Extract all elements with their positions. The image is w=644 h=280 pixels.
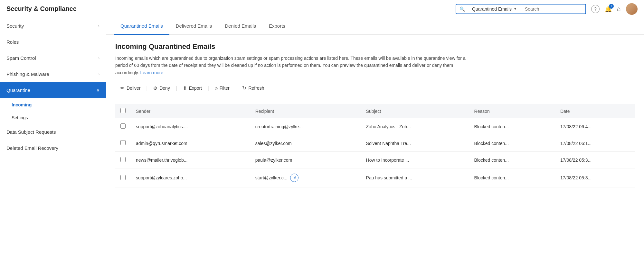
page-title: Incoming Quarantined Emails	[115, 42, 635, 51]
sidebar-item-quarantine-label: Quarantine	[6, 87, 30, 93]
row-sender: support@zohoanalytics....	[131, 118, 250, 135]
search-icon: 🔍	[456, 5, 468, 14]
row-reason: Blocked conten...	[469, 118, 555, 135]
tab-exports[interactable]: Exports	[262, 18, 292, 35]
learn-more-link[interactable]: Learn more	[140, 70, 164, 75]
row-reason: Blocked conten...	[469, 152, 555, 168]
table-row: support@zohoanalytics.... creatortrainin…	[115, 118, 635, 135]
search-scope-label: Quarantined Emails	[472, 6, 512, 12]
table-row: support@zylcares.zoho... start@zylker.c.…	[115, 168, 635, 187]
sidebar-item-phishing[interactable]: Phishing & Malware ›	[0, 66, 106, 82]
recipient-email: paula@zylker.com	[255, 158, 292, 163]
chevron-down-icon: ∨	[97, 88, 99, 93]
home-button[interactable]: ⌂	[617, 5, 621, 13]
row-checkbox-cell[interactable]	[115, 152, 131, 168]
row-subject: Pau has submitted a ...	[361, 168, 469, 187]
row-sender: support@zylcares.zoho...	[131, 168, 250, 187]
sidebar-sub-item-settings-label: Settings	[12, 115, 28, 120]
sidebar-item-phishing-label: Phishing & Malware	[6, 71, 49, 77]
select-all-header[interactable]	[115, 104, 131, 118]
row-subject: How to Incorporate ...	[361, 152, 469, 168]
sidebar-item-quarantine[interactable]: Quarantine ∨	[0, 82, 106, 98]
export-button[interactable]: ⬆ Export	[178, 83, 207, 94]
col-subject: Subject	[361, 104, 469, 118]
sidebar-sub-item-incoming-label: Incoming	[12, 102, 32, 107]
app-header: Security & Compliance 🔍 Quarantined Emai…	[0, 0, 644, 18]
row-subject: Solvent Naphtha Tre...	[361, 135, 469, 152]
row-checkbox[interactable]	[120, 140, 126, 145]
row-checkbox[interactable]	[120, 157, 126, 162]
app-title: Security & Compliance	[6, 5, 77, 13]
select-all-checkbox[interactable]	[120, 108, 126, 113]
sidebar-item-deleted-email[interactable]: Deleted Email Recovery	[0, 140, 106, 156]
export-icon: ⬆	[183, 85, 187, 91]
home-icon: ⌂	[617, 5, 621, 12]
deliver-button[interactable]: ✏ Deliver	[115, 83, 146, 94]
row-date: 17/08/22 05:3...	[555, 152, 635, 168]
row-subject: Zoho Analytics - Zoh...	[361, 118, 469, 135]
row-date: 17/08/22 06:1...	[555, 135, 635, 152]
col-sender: Sender	[131, 104, 250, 118]
refresh-icon: ↻	[242, 85, 246, 91]
tab-quarantined-emails[interactable]: Quarantined Emails	[114, 18, 169, 35]
tab-denied-emails[interactable]: Denied Emails	[218, 18, 262, 35]
recipient-email: sales@zylker.com	[255, 141, 292, 146]
col-reason: Reason	[469, 104, 555, 118]
sidebar-item-roles-label: Roles	[6, 39, 19, 45]
sidebar-item-security[interactable]: Security ›	[0, 18, 106, 34]
user-avatar[interactable]	[626, 3, 638, 15]
row-checkbox[interactable]	[120, 175, 126, 180]
row-recipient: sales@zylker.com	[250, 135, 361, 152]
deliver-icon: ✏	[120, 85, 125, 91]
sidebar-item-data-subject[interactable]: Data Subject Requests	[0, 124, 106, 140]
sidebar-item-roles[interactable]: Roles	[0, 34, 106, 50]
row-checkbox-cell[interactable]	[115, 135, 131, 152]
sidebar-sub-item-incoming[interactable]: Incoming	[0, 98, 106, 111]
email-table: Sender Recipient Subject Reason Date sup…	[115, 104, 635, 187]
content-area: Quarantined Emails Delivered Emails Deni…	[106, 18, 644, 280]
search-scope-selector[interactable]: Quarantined Emails ▼	[468, 5, 521, 14]
recipient-email: creatortraining@zylke...	[255, 124, 303, 129]
chevron-right-icon: ›	[98, 56, 99, 60]
tab-bar: Quarantined Emails Delivered Emails Deni…	[106, 18, 644, 35]
sidebar-item-security-label: Security	[6, 23, 24, 29]
col-date: Date	[555, 104, 635, 118]
sidebar: Security › Roles Spam Control › Phishing…	[0, 18, 106, 280]
row-recipient: creatortraining@zylke...	[250, 118, 361, 135]
divider: |	[175, 86, 178, 91]
search-bar[interactable]: 🔍 Quarantined Emails ▼	[456, 4, 586, 14]
sidebar-item-spam-label: Spam Control	[6, 55, 36, 61]
avatar-image	[626, 3, 638, 15]
row-date: 17/08/22 05:3...	[555, 168, 635, 187]
notification-badge: 1	[609, 4, 614, 9]
divider: |	[235, 86, 237, 91]
sidebar-sub-item-settings[interactable]: Settings	[0, 111, 106, 124]
tab-delivered-emails[interactable]: Delivered Emails	[169, 18, 219, 35]
row-sender: news@mailer.thriveglob...	[131, 152, 250, 168]
table-row: news@mailer.thriveglob... paula@zylker.c…	[115, 152, 635, 168]
chevron-right-icon: ›	[98, 24, 99, 28]
deny-button[interactable]: ⊘ Deny	[148, 83, 175, 94]
search-input[interactable]	[521, 5, 585, 14]
recipient-more-badge[interactable]: +6	[290, 174, 298, 182]
sidebar-item-deleted-email-label: Deleted Email Recovery	[6, 145, 58, 151]
divider: |	[146, 86, 148, 91]
row-recipient: start@zylker.c... +6	[250, 168, 361, 187]
row-reason: Blocked conten...	[469, 168, 555, 187]
chevron-down-icon: ▼	[514, 7, 517, 11]
recipient-email: start@zylker.c...	[255, 175, 288, 180]
header-right: 🔍 Quarantined Emails ▼ ? 🔔 1 ⌂	[456, 3, 638, 15]
chevron-right-icon: ›	[98, 72, 99, 77]
filter-button[interactable]: ⌽ Filter	[210, 83, 235, 94]
notification-button[interactable]: 🔔 1	[605, 5, 612, 13]
row-date: 17/08/22 06:4...	[555, 118, 635, 135]
refresh-button[interactable]: ↻ Refresh	[237, 83, 269, 94]
row-checkbox-cell[interactable]	[115, 168, 131, 187]
deny-icon: ⊘	[153, 85, 157, 91]
row-sender: admin@qyrusmarket.com	[131, 135, 250, 152]
help-button[interactable]: ?	[591, 5, 600, 13]
sidebar-item-spam-control[interactable]: Spam Control ›	[0, 50, 106, 66]
table-row: admin@qyrusmarket.com sales@zylker.com S…	[115, 135, 635, 152]
row-checkbox-cell[interactable]	[115, 118, 131, 135]
row-checkbox[interactable]	[120, 123, 126, 129]
